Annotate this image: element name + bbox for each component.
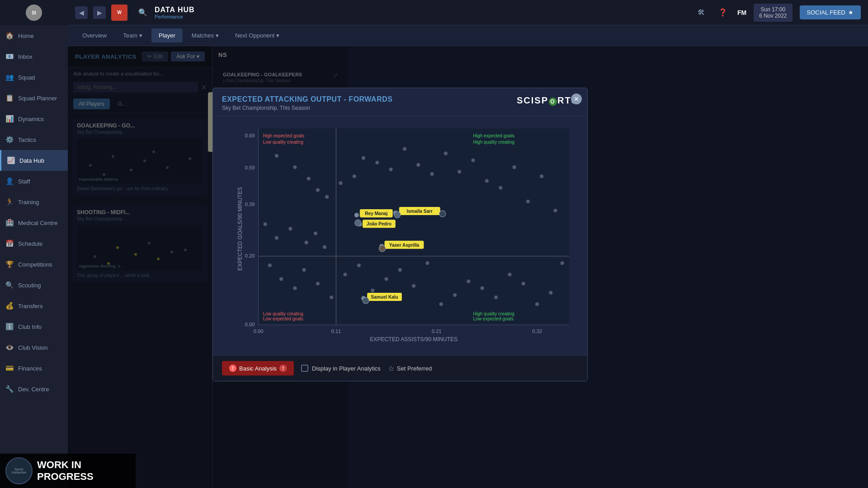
basic-analysis-button[interactable]: ! Basic Analysis ! [222,361,294,375]
data-hub-icon: 📈 [7,156,15,164]
sidebar: SI 🏠 Home 📧 Inbox 👥 Squad 📋 Squad Planne… [0,0,68,488]
datetime-display: Sun 17:006 Nov 2022 [754,4,792,22]
forward-button[interactable]: ▶ [93,6,106,19]
svg-point-85 [264,222,267,226]
svg-point-64 [293,286,297,290]
content-area: PLAYER ANALYTICS ✏ Edit Ask For ▾ Ask an… [68,46,868,488]
search-button[interactable]: 🔍 [137,6,149,19]
sidebar-item-training[interactable]: 🏃 Training [0,192,68,212]
svg-point-63 [279,277,283,281]
sidebar-item-schedule[interactable]: 📅 Schedule [0,233,68,254]
svg-point-89 [314,231,317,235]
svg-text:Ismaïla Sarr: Ismaïla Sarr [407,209,433,214]
topbar-title: DATA HUB Performance [155,6,195,19]
modal-header: EXPECTED ATTACKING OUTPUT - FORWARDS Sky… [213,88,587,116]
sidebar-item-tactics[interactable]: ⚙️ Tactics [0,129,68,150]
sidebar-item-dev-centre[interactable]: 🔧 Dev. Centre [0,379,68,399]
svg-point-109 [363,297,369,304]
sidebar-item-medical[interactable]: 🏥 Medical Centre [0,212,68,233]
svg-point-41 [293,165,297,169]
wip-overlay: SportsInteractive WORK INPROGRESS [0,454,136,488]
svg-point-57 [499,186,502,189]
subnav-matches[interactable]: Matches ▾ [184,28,226,42]
svg-point-79 [494,296,498,299]
svg-point-68 [344,272,347,276]
topbar: ◀ ▶ W 🔍 DATA HUB Performance 🛠 ❓ FM Sun … [68,0,868,25]
sidebar-item-dynamics[interactable]: 📊 Dynamics [0,108,68,129]
subnav-team[interactable]: Team ▾ [116,28,150,42]
svg-point-106 [394,211,401,218]
svg-text:0.00: 0.00 [254,328,264,334]
svg-text:High expected goals: High expected goals [473,133,514,138]
close-button[interactable]: ✕ [571,94,582,104]
svg-rect-16 [259,128,569,325]
svg-point-77 [467,280,470,283]
back-button[interactable]: ◀ [75,6,88,19]
set-preferred-button[interactable]: ☆ Set Preferred [388,364,432,373]
svg-point-69 [357,263,361,267]
basic-analysis-icon: ! [229,365,236,372]
question-icon[interactable]: ❓ [716,5,730,20]
svg-point-67 [330,296,333,299]
svg-point-107 [355,220,361,226]
sidebar-item-staff[interactable]: 👤 Staff [0,171,68,192]
sidebar-item-competitions[interactable]: 🏆 Competitions [0,254,68,275]
subnav-overview[interactable]: Overview [75,28,114,42]
svg-point-42 [307,177,311,180]
sidebar-item-club-vision[interactable]: 👁️ Club Vision [0,337,68,358]
display-in-player-analytics-checkbox[interactable]: Display in Player Analytics [301,365,381,372]
squad-icon: 👥 [5,73,14,81]
club-info-icon: ℹ️ [5,323,14,331]
next-opponent-chevron-icon: ▾ [276,32,279,39]
main-area: ◀ ▶ W 🔍 DATA HUB Performance 🛠 ❓ FM Sun … [68,0,868,488]
sidebar-item-squad-planner[interactable]: 📋 Squad Planner [0,88,68,108]
svg-point-90 [323,245,326,249]
modal-footer: ! Basic Analysis ! Display in Player Ana… [213,355,587,381]
svg-point-54 [458,170,461,174]
svg-point-83 [549,291,552,295]
dev-centre-icon: 🔧 [5,385,14,393]
social-feed-button[interactable]: SOCIAL FEED ★ [800,5,861,19]
sidebar-item-inbox[interactable]: 📧 Inbox [0,46,68,67]
help-icon[interactable]: 🛠 [694,5,708,20]
dynamics-icon: 📊 [5,115,14,123]
svg-point-80 [508,272,511,276]
subnav-player[interactable]: Player [151,28,183,42]
sidebar-item-scouting[interactable]: 🔍 Scouting [0,275,68,296]
svg-text:0.39: 0.39 [245,202,255,207]
sidebar-item-squad[interactable]: 👥 Squad [0,67,68,88]
home-icon: 🏠 [5,32,14,40]
topbar-right: 🛠 ❓ FM Sun 17:006 Nov 2022 SOCIAL FEED ★ [694,4,861,22]
svg-point-52 [430,172,434,176]
svg-text:Samuel Kalu: Samuel Kalu [371,295,398,300]
svg-point-59 [526,200,530,203]
sidebar-item-finances[interactable]: 💳 Finances [0,358,68,379]
club-vision-icon: 👁️ [5,343,14,352]
svg-point-81 [522,282,525,286]
svg-text:0.20: 0.20 [245,253,255,258]
sidebar-item-transfers[interactable]: 💰 Transfers [0,296,68,316]
svg-point-76 [453,293,457,297]
svg-point-75 [439,302,443,306]
svg-point-61 [553,209,557,212]
svg-point-40 [275,154,278,158]
svg-point-72 [398,268,402,272]
svg-text:EXPECTED GOALS/90 MINUTES: EXPECTED GOALS/90 MINUTES [237,187,243,271]
app-logo: SI [26,5,42,21]
finances-icon: 💳 [5,364,14,372]
svg-text:High quality creating: High quality creating [473,311,514,316]
checkbox-box [301,365,308,372]
svg-text:0.00: 0.00 [245,322,255,327]
sidebar-item-data-hub[interactable]: 📈 Data Hub [0,150,68,171]
svg-text:Low quality creating: Low quality creating [263,140,303,145]
sidebar-item-club-info[interactable]: ℹ️ Club Info [0,316,68,337]
svg-text:0.32: 0.32 [532,328,542,334]
svg-point-73 [412,284,415,288]
subnav: Overview Team ▾ Player Matches ▾ Next Op… [68,25,868,46]
subnav-next-opponent[interactable]: Next Opponent ▾ [228,28,287,42]
svg-point-87 [288,227,292,230]
sidebar-item-home[interactable]: 🏠 Home [0,25,68,46]
sidebar-logo: SI [0,0,68,25]
svg-text:Rey Manaj: Rey Manaj [365,211,387,216]
svg-point-53 [444,152,448,155]
